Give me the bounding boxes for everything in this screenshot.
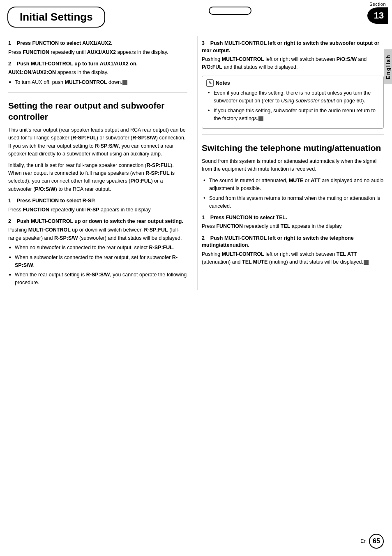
- rsp-bullet2: When a subwoofer is connected to the rea…: [9, 254, 187, 269]
- page-title: Initial Settings: [7, 7, 105, 28]
- rsp-bullet3: When the rear output setting is R-SP:S/W…: [9, 271, 187, 287]
- footer-en-label: En: [360, 538, 367, 544]
- step1-aux-heading: 1 Press FUNCTION to select AUX1/AUX2.: [8, 40, 187, 47]
- step2-tel-body: Pushing MULTI-CONTROL left or right will…: [202, 250, 384, 266]
- step2-rsp-body: Pushing MULTI-CONTROL up or down will sw…: [8, 226, 187, 287]
- section-badge-area: Section 13: [363, 0, 392, 24]
- section1-heading: Setting the rear output and subwoofer co…: [8, 100, 187, 123]
- section2-body: Sound from this system is muted or atten…: [202, 158, 384, 174]
- notes-icon: ✎: [206, 79, 214, 87]
- page-number: 65: [369, 534, 384, 549]
- english-side-label: English: [384, 49, 392, 84]
- footer: En 65: [0, 534, 392, 549]
- section-label: Section: [369, 0, 386, 7]
- step2-rsp-bullets: When no subwoofer is connected to the re…: [8, 244, 187, 287]
- step1-rsp-heading: 1 Press FUNCTION to select R-SP.: [8, 197, 187, 205]
- section2-bullets: The sound is muted or attenuated, MUTE o…: [202, 177, 384, 210]
- divider1: [8, 92, 187, 93]
- step2-tel-heading: 2 Push MULTI-CONTROL left or right to sw…: [202, 235, 384, 249]
- step2-aux-heading: 2 Push MULTI-CONTROL up to turn AUX1/AUX…: [8, 60, 187, 68]
- section2-bullet2: Sound from this system returns to normal…: [203, 195, 384, 210]
- page: Section 13 Initial Settings English 1 Pr…: [0, 0, 392, 556]
- notes-label: Notes: [216, 80, 230, 86]
- right-column: 3 Push MULTI-CONTROL left or right to sw…: [197, 36, 384, 290]
- notes-box: ✎ Notes Even if you change this setting,…: [202, 76, 384, 129]
- note1: Even if you change this setting, there i…: [208, 89, 379, 105]
- rsp-bullet1: When no subwoofer is connected to the re…: [9, 244, 187, 252]
- step3-mc-body: Pushing MULTI-CONTROL left or right will…: [202, 56, 384, 72]
- step2-aux-body: AUX1:ON/AUX2:ON appears in the display. …: [8, 69, 187, 86]
- header-oval: [209, 7, 251, 15]
- section-number: 13: [367, 7, 388, 24]
- step2-aux-bullet1: To turn AUX off, push MULTI-CONTROL down…: [9, 79, 187, 86]
- step2-rsp-heading: 2 Push MULTI-CONTROL up or down to switc…: [8, 218, 187, 225]
- step3-mc-heading: 3 Push MULTI-CONTROL left or right to sw…: [202, 40, 384, 54]
- notes-title: ✎ Notes: [206, 79, 379, 87]
- divider2: [202, 134, 384, 135]
- section2-bullet1: The sound is muted or attenuated, MUTE o…: [203, 177, 384, 192]
- left-column: 1 Press FUNCTION to select AUX1/AUX2. Pr…: [8, 36, 197, 290]
- main-content: 1 Press FUNCTION to select AUX1/AUX2. Pr…: [0, 32, 392, 294]
- footer-page: En 65: [360, 534, 384, 549]
- note2: If you change this setting, subwoofer ou…: [208, 107, 379, 123]
- step1-aux-body: Press FUNCTION repeatedly until AUX1/AUX…: [8, 49, 187, 56]
- section1-body2: Initially, the unit is set for rear full…: [8, 162, 187, 194]
- section1-body1: This unit's rear output (rear speaker le…: [8, 126, 187, 158]
- step2-aux-bullets: To turn AUX off, push MULTI-CONTROL down…: [8, 79, 187, 86]
- step1-tel-body: Press FUNCTION repeatedly until TEL appe…: [202, 222, 384, 230]
- notes-list: Even if you change this setting, there i…: [206, 89, 379, 123]
- step1-tel-heading: 1 Press FUNCTION to select TEL.: [202, 214, 384, 222]
- top-bar: Initial Settings: [0, 0, 392, 28]
- step1-rsp-body: Press FUNCTION repeatedly until R-SP app…: [8, 206, 187, 214]
- section2-heading: Switching the telephone muting/attenuati…: [202, 142, 384, 153]
